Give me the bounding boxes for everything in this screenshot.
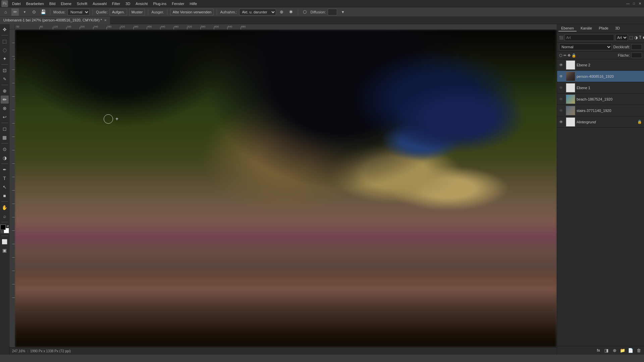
- layer-visibility-ebene2[interactable]: 👁: [559, 63, 565, 67]
- menu-ansicht[interactable]: Ansicht: [133, 1, 150, 6]
- layer-new-button[interactable]: 📄: [627, 347, 634, 354]
- minimize-button[interactable]: —: [625, 1, 631, 6]
- layer-group-button[interactable]: 📁: [619, 347, 626, 354]
- svg-text:600: 600: [214, 25, 219, 28]
- menu-bild[interactable]: Bild: [47, 1, 58, 6]
- magic-wand-tool-button[interactable]: ✦: [1, 55, 9, 63]
- layer-visibility-hintergrund[interactable]: 👁: [559, 120, 565, 124]
- paint-icon[interactable]: ⬡: [301, 8, 309, 16]
- layer-item-stairs[interactable]: 👁 stairs-3771140_1920: [557, 105, 644, 116]
- menu-ebene[interactable]: Ebene: [58, 1, 74, 6]
- menu-filter[interactable]: Filter: [109, 1, 123, 6]
- brush-settings-icon[interactable]: ⊙: [30, 8, 38, 16]
- brush-tool-icon[interactable]: ✏: [11, 8, 19, 16]
- tab-3d[interactable]: 3D: [612, 25, 623, 32]
- swap-colors-icon[interactable]: ⇄: [7, 225, 9, 228]
- layer-delete-button[interactable]: 🗑: [635, 347, 642, 354]
- maximize-button[interactable]: □: [631, 1, 637, 6]
- diffusion-icon[interactable]: ▾: [339, 8, 346, 16]
- muster-button[interactable]: Muster: [129, 9, 145, 15]
- lock-all-icon[interactable]: 🔒: [572, 53, 576, 58]
- brush-tool-button[interactable]: ✏: [1, 96, 9, 104]
- layer-adjustment-button[interactable]: ⊕: [611, 347, 618, 354]
- blur-tool-button[interactable]: ⊙: [1, 145, 9, 153]
- diffusion-label: Diffusion:: [311, 10, 326, 14]
- tab-ebenen[interactable]: Ebenen: [558, 25, 577, 32]
- sample-all-layers-icon[interactable]: ⊕: [278, 8, 285, 16]
- layer-type-filter-icon[interactable]: T: [639, 34, 641, 41]
- layer-fx-button[interactable]: fx: [595, 347, 602, 354]
- healing-brush-tool-button[interactable]: ⊕: [1, 87, 9, 95]
- menu-bearbeiten[interactable]: Bearbeiten: [23, 1, 47, 6]
- path-selection-tool-button[interactable]: ↖: [1, 183, 9, 191]
- menu-hilfe[interactable]: Hilfe: [187, 1, 200, 6]
- menu-datei[interactable]: Datei: [9, 1, 23, 6]
- history-brush-tool-button[interactable]: ↩: [1, 113, 9, 121]
- menu-schrift[interactable]: Schrift: [74, 1, 90, 6]
- fill-input[interactable]: 100%: [631, 53, 642, 58]
- type-tool-button[interactable]: T: [1, 174, 9, 182]
- blend-mode-select[interactable]: Normal: [559, 44, 612, 50]
- foreground-color-swatch[interactable]: [0, 225, 6, 230]
- opacity-input[interactable]: 100%: [631, 44, 642, 50]
- layer-item-person[interactable]: 👁 person-4008516_1920: [557, 71, 644, 82]
- layer-item-ebene2[interactable]: 👁 Ebene 2: [557, 59, 644, 71]
- layers-search-input[interactable]: [565, 34, 614, 41]
- tab-close-button[interactable]: ✕: [104, 18, 107, 22]
- menu-fenster[interactable]: Fenster: [169, 1, 187, 6]
- layer-mask-button[interactable]: ◨: [603, 347, 610, 354]
- save-icon[interactable]: 💾: [40, 8, 47, 16]
- lock-pixels-icon[interactable]: ✏: [564, 53, 567, 58]
- selection-tool-button[interactable]: ⬚: [1, 37, 9, 45]
- layer-item-beach[interactable]: 👁 beach-1867524_1920: [557, 94, 644, 105]
- document-tab[interactable]: Unbenannt-1 bei 247% (person-4008516_192…: [0, 17, 110, 24]
- zoom-tool-button[interactable]: ⌕: [1, 212, 9, 220]
- shape-tool-button[interactable]: ■: [1, 192, 9, 200]
- gradient-tool-button[interactable]: ▦: [1, 133, 9, 141]
- diffusion-input[interactable]: 5: [328, 9, 337, 15]
- quick-mask-button[interactable]: ⬜: [1, 238, 9, 246]
- lock-transparent-icon[interactable]: ⬡: [559, 53, 562, 58]
- eraser-tool-button[interactable]: ◻: [1, 125, 9, 133]
- hand-tool-button[interactable]: ✋: [1, 203, 9, 212]
- menu-plugins[interactable]: Plug-ins: [150, 1, 169, 6]
- dodge-tool-button[interactable]: ◑: [1, 154, 9, 162]
- aufgen-button[interactable]: Aufgen.: [110, 9, 127, 15]
- layer-visibility-person[interactable]: 👁: [559, 74, 565, 79]
- layer-visibility-stairs[interactable]: 👁: [559, 108, 565, 113]
- canvas-area[interactable]: +: [15, 29, 557, 347]
- layer-type-select[interactable]: Art: [615, 34, 628, 41]
- pen-tool-button[interactable]: ✒: [1, 166, 9, 174]
- menu-3d[interactable]: 3D: [123, 1, 133, 6]
- layer-visibility-beach[interactable]: 👁: [559, 97, 565, 102]
- tab-kanaele[interactable]: Kanäle: [578, 25, 595, 32]
- tab-pfade[interactable]: Pfade: [596, 25, 611, 32]
- layer-filter-icon[interactable]: ⬛: [559, 34, 563, 41]
- lasso-tool-button[interactable]: ◌: [1, 46, 9, 54]
- move-tool-button[interactable]: ✥: [1, 25, 9, 34]
- svg-text:560: 560: [201, 25, 206, 28]
- eyedropper-tool-button[interactable]: ✎: [1, 75, 9, 83]
- brush-preset-icon[interactable]: ▾: [21, 8, 28, 16]
- aufnahm-select[interactable]: Akt. u. darunter: [239, 9, 276, 15]
- layer-adj-filter-icon[interactable]: ◑: [634, 34, 638, 41]
- screen-mode-button[interactable]: ▣: [1, 246, 9, 254]
- ignore-adj-icon[interactable]: ✱: [287, 8, 295, 16]
- layer-pixel-filter-icon[interactable]: ⬚: [629, 34, 633, 41]
- reset-colors-icon[interactable]: ⬛: [0, 231, 3, 233]
- layer-shape-filter-icon[interactable]: ■: [643, 34, 644, 41]
- alte-version-button[interactable]: Alte Version verwenden: [170, 9, 214, 15]
- lock-position-icon[interactable]: ✥: [568, 53, 571, 58]
- layer-item-hintergrund[interactable]: 👁 Hintergrund 🔒: [557, 116, 644, 128]
- color-swatches[interactable]: ⇄ ⬛: [0, 225, 9, 233]
- canvas-image: [15, 29, 557, 347]
- modus-select[interactable]: Normal: [67, 9, 90, 15]
- close-button[interactable]: ✕: [637, 1, 643, 6]
- clone-stamp-tool-button[interactable]: ⊗: [1, 104, 9, 112]
- layer-item-ebene1[interactable]: 👁 Ebene 1: [557, 82, 644, 94]
- crop-tool-button[interactable]: ⊡: [1, 66, 9, 74]
- menu-auswahl[interactable]: Auswahl: [90, 1, 109, 6]
- layer-visibility-ebene1[interactable]: 👁: [559, 85, 565, 90]
- home-icon[interactable]: ⌂: [2, 8, 9, 16]
- layers-list: 👁 Ebene 2 👁 person-4008516_1920 👁 Ebene …: [557, 59, 644, 346]
